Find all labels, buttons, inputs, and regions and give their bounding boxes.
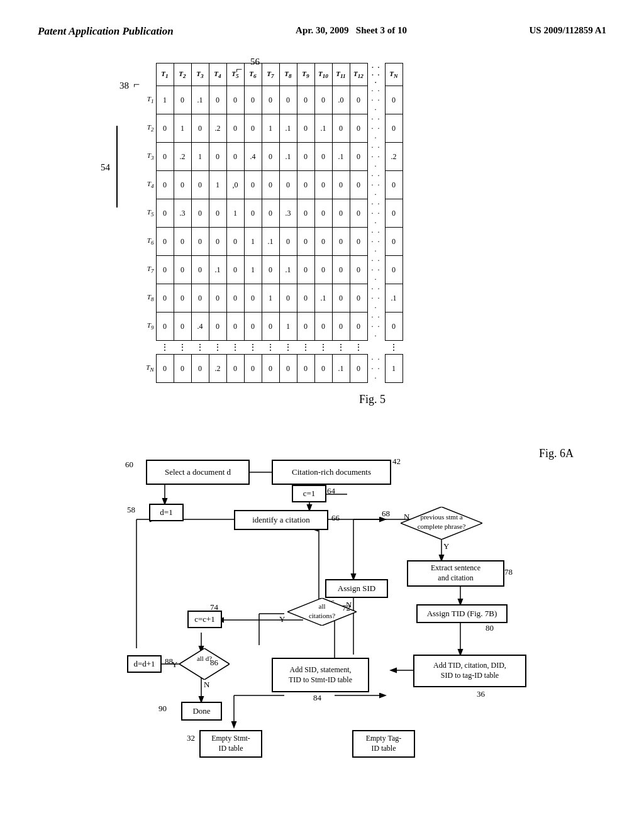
date: Apr. 30, 2009: [296, 25, 348, 35]
svg-text:complete phrase?: complete phrase?: [418, 523, 466, 530]
label-38: 38: [119, 80, 129, 91]
matrix-table: T1 T2 T3 T4 T5 T6 T7 T8 T9 T10 T11 T12 ·…: [138, 63, 403, 383]
ref-84: 84: [313, 693, 321, 703]
label-y-prev: Y: [443, 541, 449, 551]
label-n-prev: N: [404, 512, 409, 522]
ref-80: 80: [486, 623, 494, 633]
node-empty-stmt: Empty Stmt- ID table: [199, 730, 262, 758]
ref-88: 88: [165, 656, 173, 667]
svg-text:previous stmt a: previous stmt a: [420, 513, 462, 521]
matrix-row-t8: T8 000000100.100 · · · · · .1: [138, 284, 402, 313]
node-ddd1: d=d+1: [127, 655, 162, 673]
label-56: 56: [250, 57, 260, 67]
node-select-doc: Select a document d: [146, 460, 250, 485]
ref-42: 42: [392, 456, 401, 467]
label-n-alld: N: [204, 680, 209, 690]
bracket-56-arrow: ⌐: [236, 63, 242, 76]
col-t1: T1: [156, 64, 174, 86]
sheet-info: Apr. 30, 2009 Sheet 3 of 10: [296, 25, 407, 36]
ref-36: 36: [477, 689, 485, 699]
ref-74: 74: [210, 602, 218, 612]
ref-32: 32: [187, 733, 195, 743]
publication-title: Patent Application Publication: [38, 25, 174, 38]
matrix-row-t2: T2 010.2001.10.100 · · · · · 0: [138, 114, 402, 143]
label-n-citations: N: [346, 600, 352, 610]
matrix-row-t9: T9 00.4000010000 · · · · · 0: [138, 313, 402, 341]
col-t11: T11: [332, 64, 350, 86]
node-d1: d=1: [149, 504, 184, 521]
svg-marker-38: [179, 648, 230, 680]
page-header: Patent Application Publication Apr. 30, …: [0, 0, 644, 50]
matrix-row-t4: T4 0001,00000000 · · · · · 0: [138, 171, 402, 199]
ref-90: 90: [158, 704, 167, 714]
node-citation-rich: Citation-rich documents: [272, 460, 391, 485]
col-t7: T7: [262, 64, 279, 86]
col-t8: T8: [279, 64, 297, 86]
ref-64: 64: [327, 486, 335, 496]
col-tn: TN: [385, 64, 402, 86]
ref-66: 66: [331, 513, 340, 523]
col-t4: T4: [209, 64, 226, 86]
node-c1: c=1: [292, 485, 326, 502]
label-54: 54: [101, 162, 110, 173]
matrix-row-t6: T6 000001.100000 · · · · · 0: [138, 228, 402, 256]
node-done: Done: [181, 702, 222, 721]
fig6a-label: Fig. 6A: [539, 447, 574, 460]
matrix-row-t1: T1 10.10000000.00 · · · · · 0: [138, 86, 402, 114]
node-extract: Extract sentence and citation: [407, 560, 504, 587]
node-prev-stmt: previous stmt a complete phrase?: [401, 507, 482, 540]
label-y-citations: Y: [279, 614, 285, 624]
matrix-row-tn: TN 000.2000000.10 · · · · · 1: [138, 355, 402, 383]
node-all-d: all d?: [179, 648, 230, 680]
col-t2: T2: [174, 64, 191, 86]
matrix-row-dots: ⋮ ⋮ ⋮ ⋮ ⋮ ⋮ ⋮ ⋮ ⋮ ⋮ ⋮ ⋮ ⋮: [138, 341, 402, 355]
node-add-sid-stmt: Add SID, statement, TID to Stmt-ID table: [272, 658, 369, 692]
node-add-tid: Add TID, citation, DID, SID to tag-ID ta…: [413, 655, 526, 687]
ref-86: 86: [210, 658, 218, 668]
fig6a-section: Citation-rich documents 42 Select a docu…: [0, 444, 644, 821]
col-t12: T12: [350, 64, 367, 86]
svg-text:all: all: [319, 602, 326, 610]
sheet: Sheet 3 of 10: [356, 25, 407, 35]
col-dots: · · · · ·: [367, 64, 385, 86]
fig5-section: 56 ⌐ 38 ⌐ 54 T1 T2 T3 T4 T5 T6 T7 T8 T9: [0, 63, 644, 406]
matrix-header-row: T1 T2 T3 T4 T5 T6 T7 T8 T9 T10 T11 T12 ·…: [138, 64, 402, 86]
ref-68: 68: [382, 509, 390, 519]
ref-78: 78: [504, 567, 513, 577]
svg-text:citations?: citations?: [309, 612, 335, 619]
matrix-row-t7: T7 000.1010.10000 · · · · · 0: [138, 256, 402, 284]
fig5-label: Fig. 5: [101, 393, 644, 406]
col-t10: T10: [314, 64, 332, 86]
node-assign-tid: Assign TID (Fig. 7B): [416, 604, 508, 623]
node-empty-tag: Empty Tag- ID table: [352, 730, 415, 758]
node-ccc1: c=c+1: [187, 611, 222, 628]
matrix-row-t3: T3 0.2100.40.100.10 · · · · · .2: [138, 143, 402, 171]
ref-58: 58: [127, 505, 135, 515]
col-t3: T3: [191, 64, 209, 86]
node-identify: identify a citation: [234, 510, 328, 530]
bracket-54-line: [116, 126, 118, 208]
ref-60: 60: [125, 460, 133, 470]
bracket-38-arrow: ⌐: [133, 78, 140, 91]
node-assign-sid: Assign SID: [325, 579, 388, 598]
matrix-row-t5: T5 0.300100.30000 · · · · · 0: [138, 199, 402, 228]
patent-number: US 2009/112859 A1: [529, 25, 606, 36]
col-t9: T9: [297, 64, 314, 86]
